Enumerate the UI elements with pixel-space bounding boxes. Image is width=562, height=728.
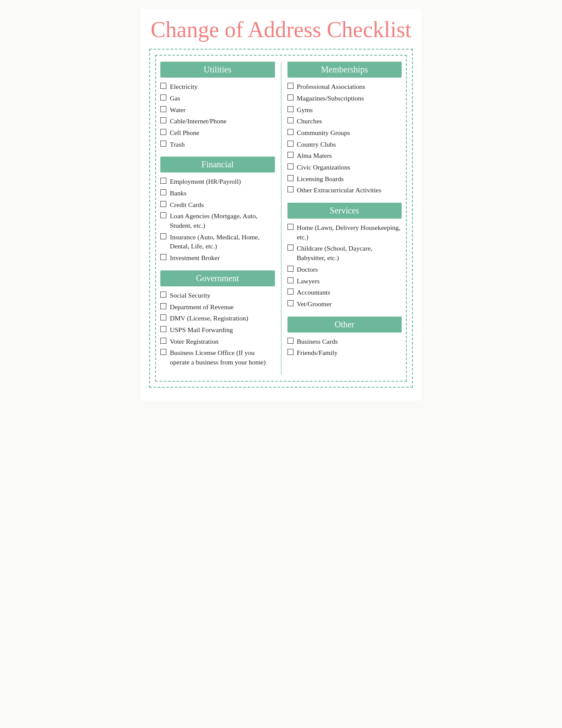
checkbox-icon[interactable] [160, 254, 166, 260]
list-item: Cable/Internet/Phone [160, 116, 275, 126]
item-label: Gyms [297, 105, 402, 115]
right-column: MembershipsProfessional AssociationsMaga… [281, 62, 402, 374]
list-item: Banks [160, 188, 275, 198]
list-item: Magazines/Subscriptions [287, 94, 402, 103]
item-label: Gas [170, 94, 275, 103]
list-item: Electricity [160, 82, 275, 91]
checkbox-icon[interactable] [287, 245, 293, 251]
list-item: Other Extracurricular Activities [287, 185, 402, 195]
checkbox-icon[interactable] [287, 186, 293, 192]
list-item: Cell Phone [160, 128, 275, 138]
item-label: Licensing Boards [297, 174, 402, 184]
item-label: Cable/Internet/Phone [170, 116, 275, 126]
checkbox-icon[interactable] [160, 129, 166, 135]
checkbox-icon[interactable] [287, 338, 293, 344]
item-label: Home (Lawn, Delivery Housekeeping, etc.) [297, 223, 402, 242]
list-item: Doctors [287, 265, 402, 274]
list-item: Civic Organizations [287, 163, 402, 172]
item-label: Lawyers [297, 276, 402, 286]
list-item: Investment Broker [160, 253, 275, 263]
checkbox-icon[interactable] [287, 163, 293, 169]
checkbox-icon[interactable] [160, 292, 166, 298]
list-item: Trash [160, 140, 275, 149]
list-item: Community Groups [287, 128, 402, 138]
checkbox-icon[interactable] [160, 338, 166, 344]
section-header-utilities: Utilities [160, 62, 275, 78]
checkbox-icon[interactable] [287, 141, 293, 147]
checkbox-icon[interactable] [160, 326, 166, 332]
item-label: Banks [170, 188, 275, 198]
section-header-financial: Financial [160, 157, 275, 173]
checkbox-icon[interactable] [287, 224, 293, 230]
checkbox-icon[interactable] [287, 300, 293, 306]
checklist-other: Business CardsFriends/Family [287, 337, 402, 358]
checkbox-icon[interactable] [287, 349, 293, 355]
checkbox-icon[interactable] [287, 277, 293, 283]
checkbox-icon[interactable] [160, 233, 166, 239]
checkbox-icon[interactable] [287, 152, 293, 158]
item-label: Investment Broker [170, 253, 275, 263]
list-item: Business Cards [287, 337, 402, 346]
checkbox-icon[interactable] [160, 189, 166, 195]
checkbox-icon[interactable] [160, 83, 166, 89]
item-label: Social Security [170, 291, 275, 300]
item-label: Water [170, 105, 275, 115]
list-item: Country Clubs [287, 140, 402, 149]
section-other: OtherBusiness CardsFriends/Family [287, 317, 402, 358]
item-label: Department of Revenue [170, 302, 275, 312]
section-financial: FinancialEmployment (HR/Payroll)BanksCre… [160, 157, 275, 263]
checkbox-icon[interactable] [160, 349, 166, 355]
checkbox-icon[interactable] [287, 83, 293, 89]
checklist-memberships: Professional AssociationsMagazines/Subsc… [287, 82, 402, 195]
checklist-services: Home (Lawn, Delivery Housekeeping, etc.)… [287, 223, 402, 309]
list-item: Childcare (School, Daycare, Babysitter, … [287, 244, 402, 262]
section-header-memberships: Memberships [287, 62, 402, 78]
checkbox-icon[interactable] [160, 314, 166, 320]
list-item: Professional Associations [287, 82, 402, 91]
checkbox-icon[interactable] [160, 178, 166, 184]
item-label: Churches [297, 116, 402, 126]
checkbox-icon[interactable] [160, 141, 166, 147]
item-label: Childcare (School, Daycare, Babysitter, … [297, 244, 402, 262]
section-services: ServicesHome (Lawn, Delivery Housekeepin… [287, 203, 402, 309]
list-item: Home (Lawn, Delivery Housekeeping, etc.) [287, 223, 402, 242]
list-item: Friends/Family [287, 348, 402, 358]
checkbox-icon[interactable] [287, 117, 293, 123]
checkbox-icon[interactable] [287, 289, 293, 295]
checkbox-icon[interactable] [287, 266, 293, 272]
item-label: Community Groups [297, 128, 402, 138]
item-label: Insurance (Auto, Medical, Home, Dental, … [170, 232, 275, 251]
checkbox-icon[interactable] [160, 303, 166, 309]
list-item: USPS Mail Forwarding [160, 325, 275, 335]
checkbox-icon[interactable] [160, 201, 166, 207]
item-label: USPS Mail Forwarding [170, 325, 275, 335]
item-label: Voter Registration [170, 337, 275, 346]
section-header-services: Services [287, 203, 402, 219]
section-memberships: MembershipsProfessional AssociationsMaga… [287, 62, 402, 195]
checkbox-icon[interactable] [160, 212, 166, 218]
item-label: Business License Office (If you operate … [170, 348, 275, 367]
list-item: Accountants [287, 288, 402, 297]
item-label: Other Extracurricular Activities [297, 185, 402, 195]
checkbox-icon[interactable] [287, 106, 293, 112]
item-label: Magazines/Subscriptions [297, 94, 402, 103]
list-item: Credit Cards [160, 200, 275, 210]
list-item: Water [160, 105, 275, 115]
section-utilities: UtilitiesElectricityGasWaterCable/Intern… [160, 62, 275, 149]
section-header-other: Other [287, 317, 402, 333]
columns-container: UtilitiesElectricityGasWaterCable/Intern… [160, 62, 402, 374]
list-item: Licensing Boards [287, 174, 402, 184]
checkbox-icon[interactable] [160, 94, 166, 100]
checkbox-icon[interactable] [160, 117, 166, 123]
outer-border: UtilitiesElectricityGasWaterCable/Intern… [149, 49, 413, 387]
item-label: Professional Associations [297, 82, 402, 91]
checkbox-icon[interactable] [160, 106, 166, 112]
checkbox-icon[interactable] [287, 175, 293, 181]
checkbox-icon[interactable] [287, 129, 293, 135]
list-item: Churches [287, 116, 402, 126]
item-label: DMV (License, Registration) [170, 314, 275, 323]
item-label: Alma Maters [297, 151, 402, 160]
checkbox-icon[interactable] [287, 94, 293, 100]
list-item: Lawyers [287, 276, 402, 286]
item-label: Electricity [170, 82, 275, 91]
